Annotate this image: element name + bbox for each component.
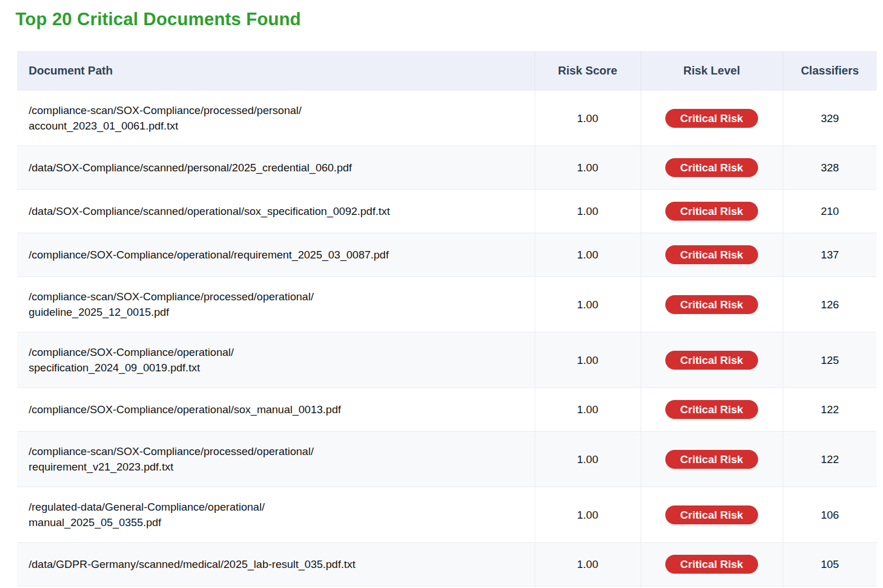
- risk-level-cell: Critical Risk: [641, 190, 783, 233]
- risk-score-cell: 1.00: [535, 277, 641, 332]
- critical-documents-table-container: Document Path Risk Score Risk Level Clas…: [17, 51, 877, 588]
- document-path-cell: /regulated-data/General-Compliance/opera…: [17, 487, 535, 543]
- table-row: /compliance-scan/SOX-Compliance/processe…: [17, 432, 877, 487]
- classifiers-cell: 137: [783, 233, 877, 277]
- risk-level-cell: Critical Risk: [641, 91, 783, 146]
- critical-risk-badge: Critical Risk: [665, 245, 758, 264]
- classifiers-cell: 328: [783, 146, 877, 190]
- risk-level-cell: Critical Risk: [641, 543, 783, 586]
- risk-score-cell: 1.00: [535, 233, 641, 277]
- risk-score-cell: 1.00: [535, 432, 641, 487]
- risk-level-cell: Critical Risk: [641, 332, 783, 388]
- risk-level-cell: Critical Risk: [641, 432, 783, 487]
- risk-level-cell: Critical Risk: [641, 233, 783, 277]
- document-path-cell: /compliance/SOX-Compliance/operational/s…: [17, 388, 535, 432]
- document-path-cell: /compliance-scan/SOX-Compliance/processe…: [17, 91, 535, 146]
- critical-risk-badge: Critical Risk: [665, 555, 758, 574]
- table-row: /compliance-scan/SOX-Compliance/processe…: [17, 91, 877, 146]
- risk-level-cell: Critical Risk: [641, 388, 783, 432]
- critical-risk-badge: Critical Risk: [665, 505, 758, 524]
- column-header-risk-level: Risk Level: [641, 51, 783, 91]
- risk-score-cell: 1.00: [535, 91, 641, 146]
- risk-level-cell: Critical Risk: [641, 146, 783, 190]
- document-path-cell: /data/SOX-Compliance/scanned/personal/20…: [17, 146, 535, 190]
- classifiers-cell: 105: [783, 543, 877, 586]
- classifiers-cell: 125: [783, 332, 877, 388]
- critical-risk-badge: Critical Risk: [665, 351, 758, 370]
- table-row: /data/GDPR-Germany/scanned/medical/insur…: [17, 586, 877, 588]
- risk-score-cell: 1.00: [535, 332, 641, 388]
- table-row: /regulated-data/General-Compliance/opera…: [17, 487, 877, 543]
- risk-score-cell: 1.00: [535, 190, 641, 233]
- classifiers-cell: 329: [783, 91, 877, 146]
- risk-level-cell: Critical Risk: [641, 586, 783, 588]
- classifiers-cell: 122: [783, 388, 877, 432]
- risk-level-cell: Critical Risk: [641, 277, 783, 332]
- critical-risk-badge: Critical Risk: [665, 202, 758, 221]
- document-path-cell: /compliance-scan/SOX-Compliance/processe…: [17, 432, 535, 487]
- critical-risk-badge: Critical Risk: [665, 400, 758, 419]
- table-row: /data/GDPR-Germany/scanned/medical/2025_…: [17, 543, 877, 586]
- table-row: /compliance-scan/SOX-Compliance/processe…: [17, 277, 877, 332]
- critical-risk-badge: Critical Risk: [665, 158, 758, 177]
- classifiers-cell: 126: [783, 277, 877, 332]
- page-title: Top 20 Critical Documents Found: [15, 9, 883, 30]
- document-path-cell: /data/GDPR-Germany/scanned/medical/2025_…: [17, 543, 535, 586]
- document-path-cell: /compliance/SOX-Compliance/operational/ …: [17, 332, 535, 388]
- critical-risk-badge: Critical Risk: [665, 109, 758, 128]
- table-row: /data/SOX-Compliance/scanned/operational…: [17, 190, 877, 233]
- classifiers-cell: 122: [783, 432, 877, 487]
- column-header-document-path: Document Path: [17, 51, 535, 91]
- column-header-classifiers: Classifiers: [783, 51, 877, 91]
- table-row: /compliance/SOX-Compliance/operational/s…: [17, 388, 877, 432]
- document-path-cell: /data/SOX-Compliance/scanned/operational…: [17, 190, 535, 233]
- critical-documents-table: Document Path Risk Score Risk Level Clas…: [17, 51, 877, 588]
- critical-risk-badge: Critical Risk: [665, 450, 758, 469]
- column-header-risk-score: Risk Score: [535, 51, 641, 91]
- classifiers-cell: 102: [783, 586, 877, 588]
- classifiers-cell: 210: [783, 190, 877, 233]
- critical-risk-badge: Critical Risk: [665, 295, 758, 314]
- risk-score-cell: 1.00: [535, 146, 641, 190]
- table-header-row: Document Path Risk Score Risk Level Clas…: [17, 51, 877, 91]
- table-row: /compliance/SOX-Compliance/operational/r…: [17, 233, 877, 277]
- document-path-cell: /compliance-scan/SOX-Compliance/processe…: [17, 277, 535, 332]
- risk-score-cell: 1.00: [535, 388, 641, 432]
- table-row: /compliance/SOX-Compliance/operational/ …: [17, 332, 877, 388]
- risk-score-cell: 1.00: [535, 487, 641, 543]
- document-path-cell: /compliance/SOX-Compliance/operational/r…: [17, 233, 535, 277]
- document-path-cell: /data/GDPR-Germany/scanned/medical/insur…: [17, 586, 535, 588]
- risk-score-cell: 1.00: [535, 586, 641, 588]
- risk-score-cell: 1.00: [535, 543, 641, 586]
- table-body: /compliance-scan/SOX-Compliance/processe…: [17, 91, 877, 588]
- table-row: /data/SOX-Compliance/scanned/personal/20…: [17, 146, 877, 190]
- classifiers-cell: 106: [783, 487, 877, 543]
- risk-level-cell: Critical Risk: [641, 487, 783, 543]
